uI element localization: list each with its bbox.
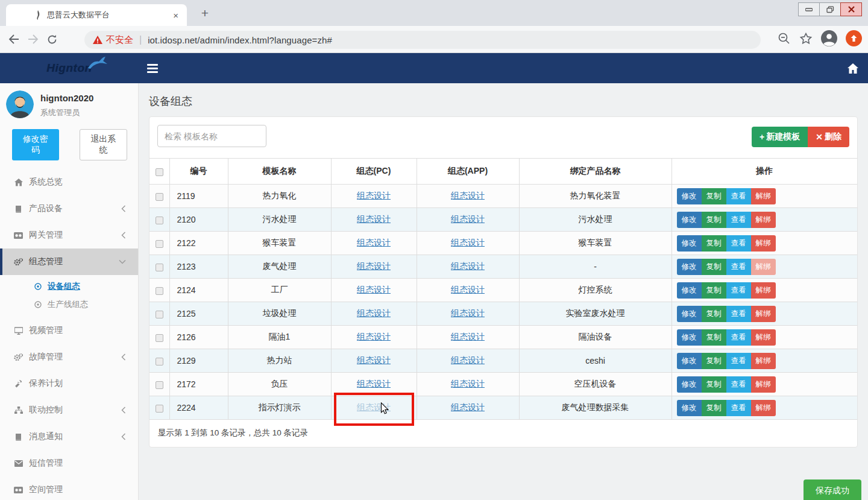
app-design-link[interactable]: 组态设计 bbox=[451, 308, 485, 318]
unbind-button[interactable]: 解绑 bbox=[751, 259, 776, 275]
window-restore-button[interactable] bbox=[819, 2, 841, 16]
app-design-link[interactable]: 组态设计 bbox=[451, 238, 485, 247]
browser-update-icon[interactable] bbox=[846, 30, 862, 46]
pc-design-link[interactable]: 组态设计 bbox=[357, 191, 391, 200]
sidebar-item-maintenance[interactable]: 保养计划 bbox=[0, 370, 138, 397]
pc-design-link[interactable]: 组态设计 bbox=[357, 261, 391, 271]
row-checkbox[interactable] bbox=[156, 334, 163, 342]
tab-close-icon[interactable]: × bbox=[173, 10, 178, 21]
forward-icon[interactable] bbox=[28, 34, 39, 44]
window-minimize-button[interactable] bbox=[798, 2, 820, 16]
sidebar-item-gateway[interactable]: 网关管理 bbox=[0, 222, 138, 248]
sidebar-subitem-device-config[interactable]: 设备组态 bbox=[0, 277, 138, 296]
profile-avatar-icon[interactable] bbox=[821, 30, 837, 46]
row-checkbox[interactable] bbox=[156, 217, 163, 224]
modify-button[interactable]: 修改 bbox=[677, 306, 702, 322]
row-checkbox[interactable] bbox=[156, 193, 163, 201]
copy-button[interactable]: 复制 bbox=[702, 376, 726, 393]
pc-design-link[interactable]: 组态设计 bbox=[357, 355, 391, 365]
copy-button[interactable]: 复制 bbox=[702, 353, 726, 369]
logout-button[interactable]: 退出系统 bbox=[80, 129, 128, 160]
app-design-link[interactable]: 组态设计 bbox=[451, 285, 485, 294]
app-design-link[interactable]: 组态设计 bbox=[451, 261, 485, 271]
unbind-button[interactable]: 解绑 bbox=[751, 306, 776, 322]
sidebar-item-space[interactable]: 空间管理 bbox=[0, 476, 138, 500]
pc-design-link[interactable]: 组态设计 bbox=[357, 214, 391, 224]
copy-button[interactable]: 复制 bbox=[702, 306, 726, 322]
sidebar-item-message[interactable]: 消息通知 bbox=[0, 423, 138, 450]
view-button[interactable]: 查看 bbox=[726, 376, 751, 393]
unbind-button[interactable]: 解绑 bbox=[751, 212, 776, 228]
copy-button[interactable]: 复制 bbox=[702, 282, 726, 299]
unbind-button[interactable]: 解绑 bbox=[751, 188, 776, 204]
row-checkbox[interactable] bbox=[156, 381, 163, 389]
view-button[interactable]: 查看 bbox=[726, 306, 751, 322]
url-bar[interactable]: 不安全 | iot.idosp.net/admin/index.html?lan… bbox=[84, 31, 761, 49]
view-button[interactable]: 查看 bbox=[726, 235, 751, 252]
unbind-button[interactable]: 解绑 bbox=[751, 329, 776, 346]
view-button[interactable]: 查看 bbox=[726, 329, 751, 346]
copy-button[interactable]: 复制 bbox=[702, 259, 726, 275]
modify-button[interactable]: 修改 bbox=[677, 329, 702, 346]
app-design-link[interactable]: 组态设计 bbox=[451, 402, 485, 412]
copy-button[interactable]: 复制 bbox=[702, 400, 726, 416]
delete-button[interactable]: ✕删除 bbox=[808, 127, 849, 147]
back-icon[interactable] bbox=[8, 34, 19, 44]
view-button[interactable]: 查看 bbox=[726, 400, 751, 416]
app-design-link[interactable]: 组态设计 bbox=[451, 191, 485, 200]
copy-button[interactable]: 复制 bbox=[702, 235, 726, 252]
copy-button[interactable]: 复制 bbox=[702, 188, 726, 204]
copy-button[interactable]: 复制 bbox=[702, 212, 726, 228]
unbind-button[interactable]: 解绑 bbox=[751, 353, 776, 369]
new-template-button[interactable]: +新建模板 bbox=[752, 127, 808, 147]
modify-button[interactable]: 修改 bbox=[677, 353, 702, 369]
search-input[interactable] bbox=[157, 125, 266, 147]
row-checkbox[interactable] bbox=[156, 264, 163, 271]
window-close-button[interactable] bbox=[840, 2, 862, 16]
view-button[interactable]: 查看 bbox=[726, 188, 751, 204]
row-checkbox[interactable] bbox=[156, 240, 163, 248]
modify-button[interactable]: 修改 bbox=[677, 235, 702, 252]
sidebar-toggle-icon[interactable] bbox=[147, 64, 158, 73]
unbind-button[interactable]: 解绑 bbox=[751, 282, 776, 299]
browser-tab[interactable]: 思普云大数据平台 × bbox=[6, 4, 187, 26]
modify-button[interactable]: 修改 bbox=[677, 259, 702, 275]
app-design-link[interactable]: 组态设计 bbox=[451, 332, 485, 341]
sidebar-item-config-management[interactable]: 组态管理 bbox=[0, 248, 138, 275]
view-button[interactable]: 查看 bbox=[726, 212, 751, 228]
insecure-label[interactable]: 不安全 bbox=[106, 34, 133, 46]
app-design-link[interactable]: 组态设计 bbox=[451, 355, 485, 365]
select-all-checkbox[interactable] bbox=[156, 168, 163, 176]
sidebar-item-fault[interactable]: 故障管理 bbox=[0, 344, 138, 370]
sidebar-item-linkage[interactable]: 联动控制 bbox=[0, 397, 138, 423]
view-button[interactable]: 查看 bbox=[726, 353, 751, 369]
sidebar-subitem-production-line-config[interactable]: 生产线组态 bbox=[0, 296, 138, 314]
modify-button[interactable]: 修改 bbox=[677, 212, 702, 228]
sidebar-item-video[interactable]: 视频管理 bbox=[0, 317, 138, 344]
app-design-link[interactable]: 组态设计 bbox=[451, 214, 485, 224]
row-checkbox[interactable] bbox=[156, 405, 163, 413]
sidebar-item-sms[interactable]: 短信管理 bbox=[0, 450, 138, 476]
zoom-out-icon[interactable] bbox=[778, 32, 791, 45]
home-button-icon[interactable] bbox=[848, 63, 858, 74]
sidebar-item-product-device[interactable]: 产品设备 bbox=[0, 195, 138, 222]
row-checkbox[interactable] bbox=[156, 358, 163, 366]
view-button[interactable]: 查看 bbox=[726, 259, 751, 275]
modify-button[interactable]: 修改 bbox=[677, 376, 702, 393]
modify-button[interactable]: 修改 bbox=[677, 188, 702, 204]
unbind-button[interactable]: 解绑 bbox=[751, 376, 776, 393]
bookmark-star-icon[interactable] bbox=[799, 32, 813, 45]
pc-design-link[interactable]: 组态设计 bbox=[357, 238, 391, 247]
sidebar-item-system-overview[interactable]: 系统总览 bbox=[0, 169, 138, 195]
change-password-button[interactable]: 修改密码 bbox=[12, 129, 59, 160]
reload-icon[interactable] bbox=[47, 34, 57, 45]
row-checkbox[interactable] bbox=[156, 287, 163, 295]
modify-button[interactable]: 修改 bbox=[677, 400, 702, 416]
unbind-button[interactable]: 解绑 bbox=[751, 235, 776, 252]
pc-design-link[interactable]: 组态设计 bbox=[357, 308, 391, 318]
url-text[interactable]: iot.idosp.net/admin/index.html?language=… bbox=[148, 35, 332, 45]
pc-design-link[interactable]: 组态设计 bbox=[357, 332, 391, 341]
copy-button[interactable]: 复制 bbox=[702, 329, 726, 346]
pc-design-link[interactable]: 组态设计 bbox=[357, 379, 391, 388]
app-design-link[interactable]: 组态设计 bbox=[451, 379, 485, 388]
